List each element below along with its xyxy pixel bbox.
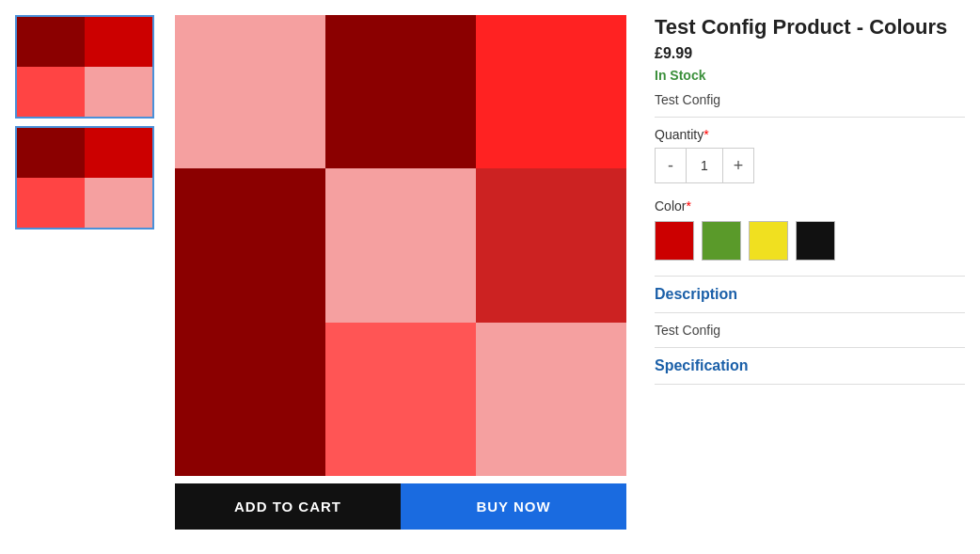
quantity-increment-button[interactable]: +: [723, 149, 753, 182]
thumb2-grid-cell: [17, 178, 85, 228]
main-grid-cell: [476, 168, 626, 322]
thumbnail-column: [15, 15, 156, 539]
specification-header: Specification: [655, 357, 965, 374]
color-swatch-yellow[interactable]: [749, 221, 788, 261]
color-swatches: [655, 221, 965, 261]
thumbnail-2-grid: [17, 128, 152, 228]
thumbnail-1-grid: [17, 17, 152, 117]
color-label: Color*: [655, 198, 965, 214]
color-swatch-red[interactable]: [655, 221, 694, 261]
main-grid-cell: [325, 168, 476, 322]
color-required-star: *: [686, 198, 690, 214]
divider-2: [655, 276, 965, 277]
divider-5: [655, 384, 965, 385]
buy-now-button[interactable]: BUY NOW: [401, 483, 626, 530]
config-label: Test Config: [655, 92, 965, 107]
divider-3: [655, 312, 965, 313]
color-swatch-green[interactable]: [702, 221, 741, 261]
thumb1-grid-cell: [85, 67, 152, 117]
main-grid-cell: [325, 15, 476, 168]
main-image-grid: [175, 15, 626, 476]
description-text: Test Config: [655, 323, 965, 338]
quantity-required-star: *: [703, 127, 708, 142]
thumb2-grid-cell: [17, 128, 85, 178]
main-image-area: ADD TO CART BUY NOW: [175, 15, 626, 539]
thumb2-grid-cell: [85, 128, 152, 178]
product-price: £9.99: [655, 45, 965, 62]
quantity-label: Quantity*: [655, 127, 965, 142]
product-title: Test Config Product - Colours: [655, 15, 965, 40]
page-container: ADD TO CART BUY NOW Test Config Product …: [0, 0, 980, 554]
main-grid-cell: [476, 15, 626, 168]
color-swatch-black[interactable]: [796, 221, 835, 261]
quantity-control: - 1 +: [655, 148, 754, 183]
quantity-decrement-button[interactable]: -: [656, 149, 686, 182]
divider-1: [655, 117, 965, 118]
quantity-value: 1: [686, 149, 723, 182]
main-grid-cell: [476, 323, 626, 476]
main-grid-cell: [175, 323, 325, 476]
divider-4: [655, 347, 965, 348]
thumb2-grid-cell: [85, 178, 152, 228]
thumb1-grid-cell: [17, 17, 85, 67]
action-buttons-row: ADD TO CART BUY NOW: [175, 483, 626, 530]
thumb1-grid-cell: [85, 17, 152, 67]
main-image: [175, 15, 626, 476]
main-grid-cell: [175, 168, 325, 322]
product-info-panel: Test Config Product - Colours £9.99 In S…: [645, 15, 965, 539]
main-grid-cell: [325, 323, 476, 476]
thumbnail-2[interactable]: [15, 126, 154, 230]
add-to-cart-button[interactable]: ADD TO CART: [175, 483, 401, 530]
thumb1-grid-cell: [17, 67, 85, 117]
thumbnail-1[interactable]: [15, 15, 154, 119]
main-grid-cell: [175, 15, 325, 168]
stock-status: In Stock: [655, 68, 965, 83]
description-header: Description: [655, 286, 965, 303]
